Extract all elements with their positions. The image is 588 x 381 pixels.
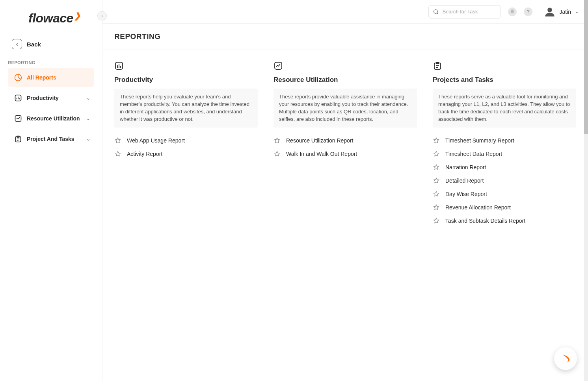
sidebar-section-label: REPORTING xyxy=(0,55,102,68)
report-name: Timesheet Summary Report xyxy=(445,137,514,144)
star-icon[interactable] xyxy=(114,137,121,144)
star-icon[interactable] xyxy=(433,150,440,157)
category-title: Projects and Tasks xyxy=(433,76,576,84)
report-name: Narration Report xyxy=(445,164,486,170)
star-icon[interactable] xyxy=(274,150,281,157)
report-link[interactable]: Timesheet Summary Report xyxy=(433,134,576,147)
report-name: Walk In and Walk Out Report xyxy=(286,151,357,157)
star-icon[interactable] xyxy=(433,217,440,224)
category-description: These reports help you evaluate your tea… xyxy=(114,89,258,128)
scrollbar-track[interactable] xyxy=(584,0,588,381)
report-name: Resource Utilization Report xyxy=(286,137,353,144)
sidebar-item-label: All Reports xyxy=(27,74,56,81)
svg-point-5 xyxy=(548,7,553,12)
report-name: Web App Usage Report xyxy=(127,137,185,144)
pie-chart-icon xyxy=(14,74,22,81)
user-name-label: Jatin xyxy=(559,9,571,15)
chevron-down-icon: ⌄ xyxy=(575,9,579,14)
search-input[interactable] xyxy=(442,9,508,15)
svg-point-4 xyxy=(434,9,437,13)
brand-swoosh-icon xyxy=(560,353,571,364)
brand-text-1: flow xyxy=(28,11,53,25)
report-name: Revenue Allocation Report xyxy=(445,204,511,211)
avatar-icon xyxy=(544,6,555,17)
report-link[interactable]: Activity Report xyxy=(114,147,258,161)
star-icon[interactable] xyxy=(274,137,281,144)
scrollbar-thumb[interactable] xyxy=(584,0,588,134)
chart-line-icon xyxy=(274,61,283,70)
page-title-bar: REPORTING xyxy=(102,24,588,50)
report-link[interactable]: Day Wise Report xyxy=(433,187,576,201)
chevron-down-icon: ⌄ xyxy=(86,95,90,101)
chevron-down-icon: ⌄ xyxy=(86,136,90,142)
chat-fab-button[interactable] xyxy=(554,347,577,370)
question-icon: ? xyxy=(527,9,530,15)
collapse-sidebar-button[interactable]: ‹ xyxy=(97,11,107,20)
report-link[interactable]: Web App Usage Report xyxy=(114,134,258,147)
report-name: Timesheet Data Report xyxy=(445,151,502,157)
chevron-left-icon: ‹ xyxy=(101,13,103,18)
sidebar-item-label: Resource Utilization xyxy=(27,115,80,122)
report-link[interactable]: Detailed Report xyxy=(433,174,576,187)
star-icon[interactable] xyxy=(433,164,440,171)
main: ? Jatin ⌄ REPORTING Productivity These r… xyxy=(102,0,588,381)
star-icon[interactable] xyxy=(433,177,440,184)
back-button[interactable]: ‹ Back xyxy=(0,35,102,55)
clipboard-icon xyxy=(433,61,442,70)
sidebar-item-resource-utilization[interactable]: Resource Utilization ⌄ xyxy=(8,109,94,128)
report-link[interactable]: Resource Utilization Report xyxy=(274,134,417,147)
brand-logo: flowace❯ xyxy=(28,11,80,25)
star-icon[interactable] xyxy=(433,204,440,211)
help-button[interactable]: ? xyxy=(524,7,532,16)
category-resource-utilization: Resource Utilization These reports provi… xyxy=(274,61,417,370)
search-wrapper[interactable] xyxy=(428,5,501,18)
search-icon xyxy=(433,9,439,15)
sidebar-item-all-reports[interactable]: All Reports xyxy=(8,68,94,87)
report-name: Task and Subtask Details Report xyxy=(445,218,525,224)
chart-line-icon xyxy=(14,115,22,122)
category-description: These reports serve as a valuable tool f… xyxy=(433,89,576,128)
sidebar-item-label: Project And Tasks xyxy=(27,136,74,142)
clipboard-icon xyxy=(14,135,22,143)
topbar: ? Jatin ⌄ xyxy=(102,0,588,24)
report-name: Day Wise Report xyxy=(445,191,487,197)
star-icon[interactable] xyxy=(433,190,440,198)
category-productivity: Productivity These reports help you eval… xyxy=(114,61,258,370)
report-link[interactable]: Narration Report xyxy=(433,161,576,174)
bar-chart-icon xyxy=(114,61,124,70)
brand-mark-icon: ❯ xyxy=(74,11,81,20)
report-link[interactable]: Revenue Allocation Report xyxy=(433,201,576,214)
category-description: These reports provide valuable assistanc… xyxy=(274,89,417,128)
brand-text-2: ace xyxy=(53,11,73,25)
sidebar-item-productivity[interactable]: Productivity ⌄ xyxy=(8,89,94,107)
content: Productivity These reports help you eval… xyxy=(102,50,588,381)
report-name: Activity Report xyxy=(127,151,162,157)
page-title: REPORTING xyxy=(114,32,576,41)
sidebar-item-label: Productivity xyxy=(27,95,59,101)
sidebar-item-project-and-tasks[interactable]: Project And Tasks ⌄ xyxy=(8,129,94,148)
logo-area: flowace❯ ‹ xyxy=(0,0,102,35)
report-link[interactable]: Walk In and Walk Out Report xyxy=(274,147,417,161)
chevron-down-icon: ⌄ xyxy=(86,116,90,121)
bar-chart-icon xyxy=(14,94,22,102)
back-arrow-icon: ‹ xyxy=(12,39,22,49)
report-link[interactable]: Timesheet Data Report xyxy=(433,147,576,161)
category-projects-and-tasks: Projects and Tasks These reports serve a… xyxy=(433,61,576,370)
category-title: Productivity xyxy=(114,76,258,84)
category-title: Resource Utilization xyxy=(274,76,417,84)
star-icon[interactable] xyxy=(114,150,121,157)
report-name: Detailed Report xyxy=(445,178,484,184)
notification-button[interactable] xyxy=(508,7,517,16)
back-label: Back xyxy=(27,41,41,48)
user-menu[interactable]: Jatin ⌄ xyxy=(544,6,579,17)
sidebar: flowace❯ ‹ ‹ Back REPORTING All Reports … xyxy=(0,0,102,381)
report-link[interactable]: Task and Subtask Details Report xyxy=(433,214,576,227)
star-icon[interactable] xyxy=(433,137,440,144)
